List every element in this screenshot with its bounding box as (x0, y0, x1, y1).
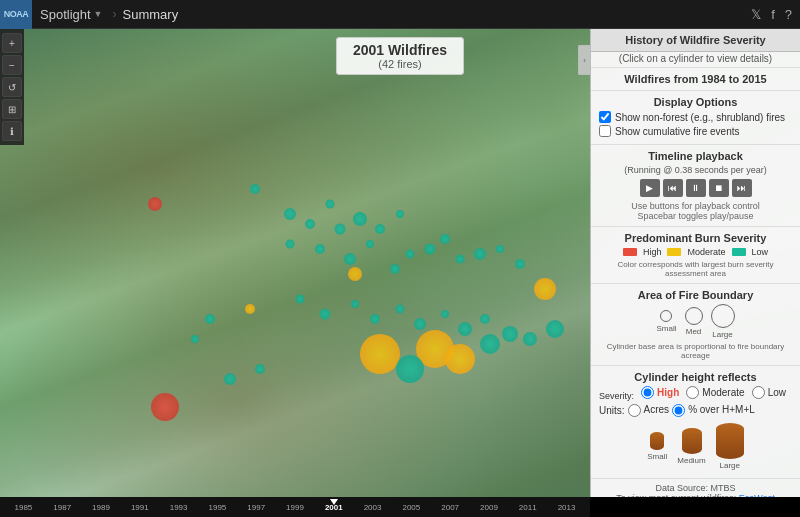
fire-marker[interactable] (396, 305, 405, 314)
fire-marker[interactable] (445, 344, 475, 374)
fire-marker[interactable] (245, 304, 255, 314)
low-radio-row[interactable]: Low (752, 386, 786, 399)
fire-marker[interactable] (546, 320, 564, 338)
info-button[interactable]: ℹ (2, 121, 22, 141)
fire-marker[interactable] (390, 264, 400, 274)
fire-marker[interactable] (344, 253, 356, 265)
show-nonforest-checkbox-row[interactable]: Show non-forest (e.g., shrubland) fires (599, 111, 792, 123)
help-icon[interactable]: ? (785, 7, 792, 22)
facebook-icon[interactable]: f (771, 7, 775, 22)
moderate-radio[interactable] (686, 386, 699, 399)
fire-marker[interactable] (396, 355, 424, 383)
stop-button[interactable]: ⏹ (709, 179, 729, 197)
refresh-button[interactable]: ↺ (2, 77, 22, 97)
timeline-year[interactable]: 2007 (431, 503, 470, 512)
units-row: Units: Acres % over H+M+L (599, 404, 792, 417)
fire-marker[interactable] (425, 244, 436, 255)
fire-marker[interactable] (348, 267, 362, 281)
play-button[interactable]: ▶ (640, 179, 660, 197)
fire-marker[interactable] (255, 364, 265, 374)
percent-radio-row[interactable]: % over H+M+L (672, 404, 755, 417)
fire-marker[interactable] (480, 314, 490, 324)
acres-radio-row[interactable]: Acres (628, 404, 670, 417)
moderate-radio-row[interactable]: Moderate (686, 386, 744, 399)
fire-marker[interactable] (224, 373, 236, 385)
fire-marker[interactable] (366, 240, 374, 248)
layers-button[interactable]: ⊞ (2, 99, 22, 119)
fire-marker[interactable] (441, 310, 449, 318)
timeline-year[interactable]: 1995 (198, 503, 237, 512)
timeline-year[interactable]: 2001 (314, 503, 353, 512)
fire-marker[interactable] (296, 295, 305, 304)
fire-marker[interactable] (250, 184, 260, 194)
twitter-icon[interactable]: 𝕏 (751, 7, 761, 22)
skip-forward-button[interactable]: ⏭ (732, 179, 752, 197)
show-nonforest-checkbox[interactable] (599, 111, 611, 123)
show-cumulative-checkbox[interactable] (599, 125, 611, 137)
percent-radio[interactable] (672, 404, 685, 417)
fire-marker[interactable] (351, 300, 359, 308)
fire-marker[interactable] (148, 197, 162, 211)
timeline-year[interactable]: 1993 (159, 503, 198, 512)
zoom-out-button[interactable]: − (2, 55, 22, 75)
timeline: 1985198719891991199319951997199920012003… (0, 497, 590, 517)
timeline-playback-section: Timeline playback (Running @ 0.38 second… (591, 145, 800, 227)
fire-marker[interactable] (456, 255, 465, 264)
timeline-year[interactable]: 2011 (508, 503, 547, 512)
fire-marker[interactable] (284, 208, 296, 220)
fire-marker[interactable] (534, 278, 556, 300)
timeline-year[interactable]: 1989 (82, 503, 121, 512)
low-radio[interactable] (752, 386, 765, 399)
fire-marker[interactable] (502, 326, 518, 342)
fire-marker[interactable] (375, 224, 385, 234)
fire-marker[interactable] (474, 248, 486, 260)
fire-marker[interactable] (305, 219, 315, 229)
fire-marker[interactable] (315, 244, 325, 254)
fire-marker[interactable] (360, 334, 400, 374)
skip-back-button[interactable]: ⏮ (663, 179, 683, 197)
timeline-year[interactable]: 2013 (547, 503, 586, 512)
fire-marker[interactable] (523, 332, 537, 346)
fire-marker[interactable] (480, 334, 500, 354)
med-fire-circle-item: Med (685, 307, 703, 336)
units-label: Units: (599, 405, 625, 416)
percent-label: % over H+M+L (688, 404, 755, 417)
timeline-year[interactable]: 1991 (120, 503, 159, 512)
large-circle (711, 304, 735, 328)
timeline-year[interactable]: 2005 (392, 503, 431, 512)
fire-marker[interactable] (458, 322, 472, 336)
panel-collapse-button[interactable]: ‹ (578, 45, 590, 75)
fire-marker[interactable] (286, 240, 295, 249)
timeline-year[interactable]: 2009 (470, 503, 509, 512)
spotlight-button[interactable]: Spotlight ▼ (32, 0, 111, 28)
fire-marker[interactable] (440, 234, 450, 244)
fire-marker[interactable] (326, 200, 335, 209)
ecowest-link[interactable]: EcoWest (739, 493, 775, 497)
fire-boundary-note: Cylinder base area is proportional to fi… (599, 342, 792, 360)
fire-marker[interactable] (151, 393, 179, 421)
pause-button[interactable]: ⏸ (686, 179, 706, 197)
fire-marker[interactable] (496, 245, 504, 253)
timeline-year[interactable]: 2003 (353, 503, 392, 512)
timeline-year[interactable]: 1999 (276, 503, 315, 512)
fire-marker[interactable] (396, 210, 404, 218)
high-radio[interactable] (641, 386, 654, 399)
show-cumulative-checkbox-row[interactable]: Show cumulative fire events (599, 125, 792, 137)
acres-radio[interactable] (628, 404, 641, 417)
fire-marker[interactable] (335, 224, 346, 235)
fire-marker[interactable] (515, 259, 525, 269)
playback-speed: (Running @ 0.38 seconds per year) (599, 165, 792, 175)
timeline-year[interactable]: 1997 (237, 503, 276, 512)
zoom-in-button[interactable]: + (2, 33, 22, 53)
timeline-year[interactable]: 1985 (4, 503, 43, 512)
fire-marker[interactable] (370, 314, 380, 324)
fire-marker[interactable] (353, 212, 367, 226)
datasource-section: Data Source: MTBS To view most current w… (591, 479, 800, 497)
timeline-year[interactable]: 1987 (43, 503, 82, 512)
fire-marker[interactable] (205, 314, 215, 324)
fire-marker[interactable] (191, 335, 199, 343)
fire-marker[interactable] (320, 309, 331, 320)
fire-marker[interactable] (414, 318, 426, 330)
fire-marker[interactable] (406, 250, 415, 259)
high-radio-row[interactable]: High (641, 386, 679, 399)
